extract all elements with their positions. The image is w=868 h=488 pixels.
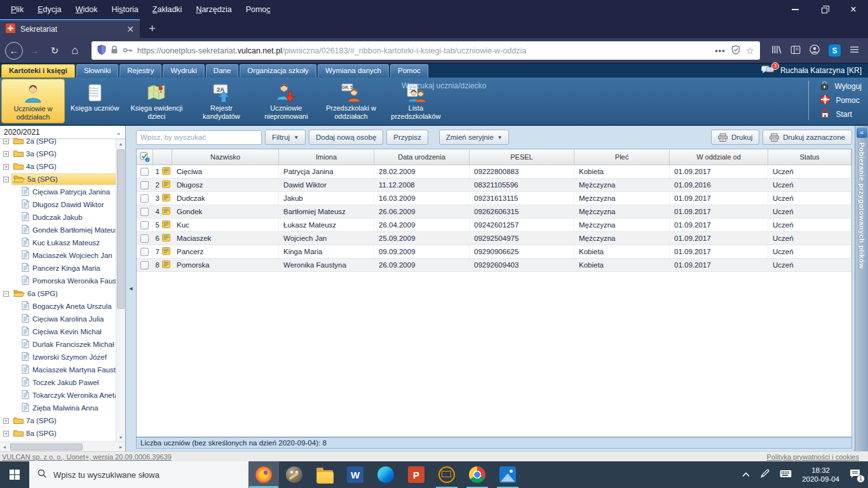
tree-student-item[interactable]: Gondek Bartłomiej Mateusz <box>0 224 116 236</box>
scroll-left-icon[interactable]: ◄ <box>0 442 9 451</box>
tree-class-node[interactable]: +7a (SPG) <box>0 414 116 427</box>
tree-student-item[interactable]: Izworski Szymon Józef <box>0 351 116 363</box>
student-card-icon[interactable] <box>162 261 170 269</box>
expand-icon[interactable]: + <box>3 151 9 157</box>
expand-icon[interactable]: + <box>3 164 9 170</box>
student-row-4[interactable]: 4GondekBartłomiej Mateusz26.06.200909262… <box>137 205 851 219</box>
edge-taskbar-button[interactable] <box>370 461 401 488</box>
restore-button[interactable] <box>810 0 839 19</box>
menu-item-1[interactable]: Plik <box>5 3 29 16</box>
downloads-panel-label[interactable]: Pobieranie przygotowanych plików <box>858 142 865 269</box>
student-card-icon[interactable] <box>162 207 170 216</box>
hamburger-menu-icon[interactable] <box>850 46 859 55</box>
tab-close-icon[interactable]: ✕ <box>126 24 134 34</box>
tree-horizontal-scrollbar[interactable]: ◄ ► <box>0 442 125 451</box>
scrollbar-thumb[interactable] <box>10 444 83 451</box>
photos-taskbar-button[interactable] <box>492 461 523 488</box>
forward-button[interactable]: → <box>25 42 43 60</box>
menu-item-5[interactable]: Zakładki <box>147 3 188 16</box>
tree-student-item[interactable]: Cięciwa Karolina Julia <box>0 313 116 325</box>
tree-student-item[interactable]: Maciaszek Martyna Faustyna <box>0 363 116 376</box>
student-row-1[interactable]: 1CięciwaPatrycja Janina28.02.20090922280… <box>137 165 851 179</box>
student-row-8[interactable]: 8PomorskaWeronika Faustyna26.09.20090929… <box>137 259 851 272</box>
page-actions-icon[interactable]: ••• <box>715 46 726 55</box>
taskbar-clock[interactable]: 18:32 2020-09-04 <box>802 466 839 484</box>
skype-icon[interactable]: S <box>829 44 841 57</box>
expand-icon[interactable]: + <box>3 418 9 424</box>
student-card-icon[interactable] <box>162 220 170 229</box>
expand-icon[interactable]: + <box>3 139 9 144</box>
tree-student-item[interactable]: Dudczak Jakub <box>0 211 116 224</box>
row-checkbox[interactable] <box>140 248 149 256</box>
print-button[interactable]: Drukuj <box>711 130 759 145</box>
tree-vertical-scrollbar[interactable]: ▲ ▼ <box>116 139 125 442</box>
print-selected-button[interactable]: Drukuj zaznaczone <box>763 130 852 145</box>
menu-item-6[interactable]: Narzędzia <box>190 3 237 16</box>
menu-item-4[interactable]: Historia <box>105 3 144 16</box>
chrome-taskbar-button[interactable] <box>462 461 492 488</box>
quick-link-2[interactable]: Pomoc <box>820 95 862 106</box>
reload-button[interactable]: ↻ <box>46 42 64 60</box>
new-tab-button[interactable]: + <box>140 22 165 38</box>
column-header-6[interactable]: W oddziale od <box>670 149 768 165</box>
collapse-icon[interactable]: − <box>3 291 9 297</box>
column-header-5[interactable]: Płeć <box>574 149 670 165</box>
ribbon-item-2[interactable]: Księga uczniów <box>66 79 123 123</box>
privacy-policy-link[interactable]: Polityka prywatności i cookies <box>766 453 859 461</box>
library-icon[interactable] <box>771 45 782 56</box>
toolbar-button-2[interactable]: Dodaj nową osobę <box>309 130 383 145</box>
close-button[interactable]: × <box>839 0 868 19</box>
tray-chevron-up-icon[interactable] <box>742 470 750 479</box>
back-button[interactable]: ← <box>5 42 23 60</box>
account-icon[interactable] <box>810 44 820 57</box>
quick-link-1[interactable]: Wyloguj <box>820 81 862 92</box>
menu-item-7[interactable]: Pomoc <box>240 3 276 16</box>
touch-keyboard-icon[interactable] <box>780 470 792 480</box>
column-header-7[interactable]: Status <box>768 149 851 165</box>
word-taskbar-button[interactable] <box>340 461 370 488</box>
lock-icon[interactable] <box>111 45 118 56</box>
messages-icon[interactable]: 3 <box>761 65 774 76</box>
row-checkbox[interactable] <box>140 194 149 203</box>
mail-taskbar-button[interactable] <box>431 461 462 488</box>
shield-check-icon[interactable] <box>731 45 740 57</box>
home-button[interactable]: ⌂ <box>66 42 84 60</box>
select-all-header[interactable]: i <box>137 149 153 165</box>
menu-item-2[interactable]: Edycja <box>32 3 67 16</box>
tree-student-item[interactable]: Cięciwa Patrycja Janina <box>0 186 116 198</box>
toolbar-button-3[interactable]: Przypisz <box>386 130 428 145</box>
student-card-icon[interactable] <box>162 180 170 189</box>
student-card-icon[interactable] <box>162 234 170 243</box>
row-checkbox[interactable] <box>140 181 149 189</box>
tree-class-node[interactable]: +8a (SPG) <box>0 427 116 440</box>
tree-class-node[interactable]: −6a (SPG) <box>0 287 116 300</box>
menu-item-3[interactable]: Widok <box>70 3 104 16</box>
minimize-button[interactable] <box>780 0 810 19</box>
tree-student-item[interactable]: Kuc Łukasz Mateusz <box>0 236 116 249</box>
column-header-1[interactable]: Nazwisko <box>172 149 279 165</box>
row-checkbox[interactable] <box>140 261 149 269</box>
student-card-icon[interactable] <box>162 194 170 203</box>
tree-student-item[interactable]: Cięciwa Kevin Michał <box>0 325 116 338</box>
tree-class-node[interactable]: −5a (SPG) <box>0 173 116 186</box>
firefox-taskbar-button[interactable] <box>248 461 279 488</box>
bookmark-star-icon[interactable]: ☆ <box>746 45 754 57</box>
ribbon-tab-8[interactable]: Pomoc <box>390 64 428 78</box>
ribbon-tab-1[interactable]: Kartoteki i księgi <box>1 64 75 78</box>
row-checkbox[interactable] <box>140 168 149 176</box>
start-button[interactable] <box>0 461 29 488</box>
row-checkbox[interactable] <box>140 234 149 243</box>
tree-class-node[interactable]: +2a (SPG) <box>0 135 116 147</box>
student-card-icon[interactable] <box>162 167 170 176</box>
grid-search-input[interactable] <box>136 130 262 145</box>
ribbon-tab-4[interactable]: Wydruki <box>163 64 204 78</box>
tree-student-item[interactable]: Tokarczyk Weronika Aneta <box>0 389 116 402</box>
browser-tab-sekretariat[interactable]: Sekretariat ✕ <box>0 19 140 38</box>
ribbon-tab-3[interactable]: Rejestry <box>119 64 161 78</box>
collapse-icon[interactable]: − <box>3 177 9 182</box>
ribbon-tab-5[interactable]: Dane <box>206 64 239 78</box>
panel-splitter[interactable]: ◄ <box>126 126 136 451</box>
toolbar-button-1[interactable]: Filtruj▼ <box>265 130 306 145</box>
tree-student-item[interactable]: Zięba Malwina Anna <box>0 402 116 414</box>
ribbon-item-5[interactable]: Uczniowie niepromowani <box>254 79 318 123</box>
